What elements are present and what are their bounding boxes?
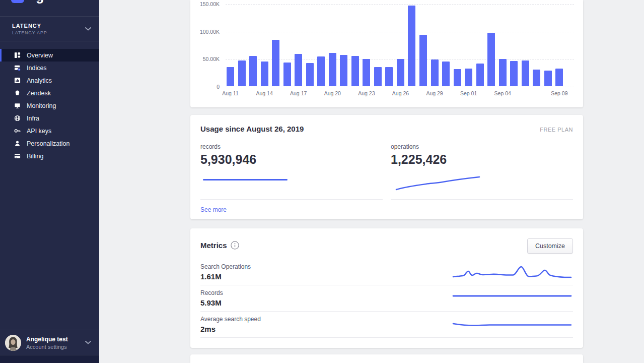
bar-sep-09[interactable] [555, 69, 563, 86]
bar-sep-07[interactable] [533, 70, 540, 86]
sidebar-item-label: API keys [27, 128, 51, 135]
bar-aug-11[interactable] [227, 67, 234, 86]
records-sparkline-row [452, 291, 573, 306]
bar-aug-15[interactable] [272, 40, 279, 86]
bar-aug-31[interactable] [454, 69, 461, 86]
overview-icon [14, 52, 21, 59]
sidebar-item-label: Monitoring [27, 102, 56, 109]
stat-value: 5,930,946 [200, 152, 383, 167]
metric-label: Average search speed [200, 316, 452, 323]
bar-aug-18[interactable] [306, 63, 314, 86]
sidebar-item-label: Billing [27, 153, 43, 160]
algolia-logo-mark-icon [11, 0, 24, 3]
metric-label: Search Operations [200, 263, 452, 270]
bar-aug-13[interactable] [249, 56, 257, 86]
bar-sep-04[interactable] [499, 59, 507, 86]
metric-value: 1.61M [200, 272, 452, 281]
bar-aug-23[interactable] [363, 59, 370, 86]
bar-aug-21[interactable] [340, 55, 347, 86]
credit-card-icon [14, 153, 21, 160]
records-stat: records 5,930,946 [200, 143, 383, 200]
x-axis-tick: Sep 04 [487, 90, 518, 96]
bar-sep-08[interactable] [544, 71, 552, 86]
zendesk-icon [14, 90, 21, 97]
sidebar-menu: Overview Indices Analytics Zendesk Monit… [0, 41, 99, 170]
x-axis-tick: Aug 14 [249, 90, 279, 96]
average-search-speed-sparkline [452, 317, 573, 332]
bar-sep-03[interactable] [487, 33, 495, 86]
search-operations-sparkline [452, 265, 573, 280]
metric-row-search-operations: Search Operations 1.61M [200, 259, 573, 285]
y-axis-tick: 150.00K [190, 1, 220, 7]
bar-aug-26[interactable] [397, 59, 404, 86]
gridline [226, 87, 574, 87]
bar-aug-12[interactable] [238, 60, 246, 86]
x-axis-tick: Aug 26 [385, 90, 415, 96]
infra-icon [14, 115, 21, 122]
bar-sep-06[interactable] [522, 60, 529, 86]
sidebar-item-zendesk[interactable]: Zendesk [0, 87, 99, 99]
bar-aug-22[interactable] [351, 56, 359, 86]
key-icon [14, 128, 21, 135]
algolia-logo: g [0, 0, 99, 17]
bar-aug-14[interactable] [261, 62, 268, 86]
bar-aug-28[interactable] [419, 35, 427, 86]
x-axis-tick: Aug 29 [419, 90, 450, 96]
metric-row-average-search-speed: Average search speed 2ms [200, 312, 573, 338]
usage-card: Usage since August 26, 2019 FREE PLAN re… [190, 115, 583, 219]
operations-stat: operations 1,225,426 [391, 143, 573, 200]
sidebar-item-label: Analytics [27, 77, 52, 84]
sidebar-item-label: Infra [27, 115, 39, 122]
sidebar-item-personalization[interactable]: Personalization [0, 137, 99, 150]
bar-sep-01[interactable] [465, 69, 472, 86]
gridline [226, 4, 574, 5]
app-selector[interactable]: LATENCY LATENCY APP [0, 17, 99, 41]
stat-label: records [200, 143, 383, 150]
avatar [5, 335, 21, 351]
bar-aug-20[interactable] [329, 53, 336, 86]
user-name: Angelique test [26, 336, 85, 343]
bar-aug-25[interactable] [385, 67, 393, 86]
bar-aug-27[interactable] [408, 6, 415, 86]
app-type: LATENCY APP [12, 30, 85, 35]
person-icon [14, 140, 21, 147]
sidebar-item-label: Personalization [27, 140, 69, 147]
customize-button[interactable]: Customize [527, 238, 573, 254]
see-more-link[interactable]: See more [200, 206, 227, 213]
bar-aug-17[interactable] [295, 54, 302, 86]
info-icon[interactable] [231, 241, 239, 250]
sidebar-spacer [0, 170, 99, 330]
sidebar-item-indices[interactable]: Indices [0, 62, 99, 74]
y-axis-tick: 0 [190, 84, 220, 90]
main-content: 050.00K100.00K150.00KAug 11Aug 14Aug 17A… [190, 0, 583, 363]
sidebar-item-billing[interactable]: Billing [0, 150, 99, 162]
operations-sparkline [391, 167, 573, 195]
bar-sep-05[interactable] [510, 61, 518, 86]
bar-aug-30[interactable] [442, 62, 450, 86]
y-axis-tick: 100.00K [190, 29, 220, 35]
chevron-down-icon [85, 341, 91, 344]
bar-sep-02[interactable] [476, 64, 484, 86]
x-axis-tick: Sep 01 [454, 90, 484, 96]
algolia-logo-text: g [36, 0, 44, 4]
sidebar-item-analytics[interactable]: Analytics [0, 74, 99, 87]
sidebar-item-api-keys[interactable]: API keys [0, 125, 99, 137]
bar-aug-29[interactable] [431, 59, 439, 86]
account-settings-button[interactable]: Angelique test Account settings [0, 330, 99, 355]
sidebar-item-overview[interactable]: Overview [0, 49, 99, 62]
chevron-down-icon [85, 27, 91, 31]
bar-aug-24[interactable] [374, 67, 382, 86]
sidebar-item-infra[interactable]: Infra [0, 112, 99, 125]
x-axis-tick: Aug 11 [216, 90, 246, 96]
user-subtitle: Account settings [26, 344, 85, 350]
usage-card-title: Usage since August 26, 2019 [200, 125, 540, 133]
stat-label: operations [391, 143, 573, 150]
bar-aug-16[interactable] [283, 63, 291, 86]
sidebar: g LATENCY LATENCY APP Overview Indices [0, 0, 99, 363]
app-name: LATENCY [12, 23, 85, 29]
records-sparkline [200, 167, 383, 195]
operations-chart-card: 050.00K100.00K150.00KAug 11Aug 14Aug 17A… [190, 0, 583, 107]
sidebar-item-monitoring[interactable]: Monitoring [0, 99, 99, 112]
bar-aug-19[interactable] [317, 56, 325, 86]
monitoring-icon [14, 102, 21, 109]
